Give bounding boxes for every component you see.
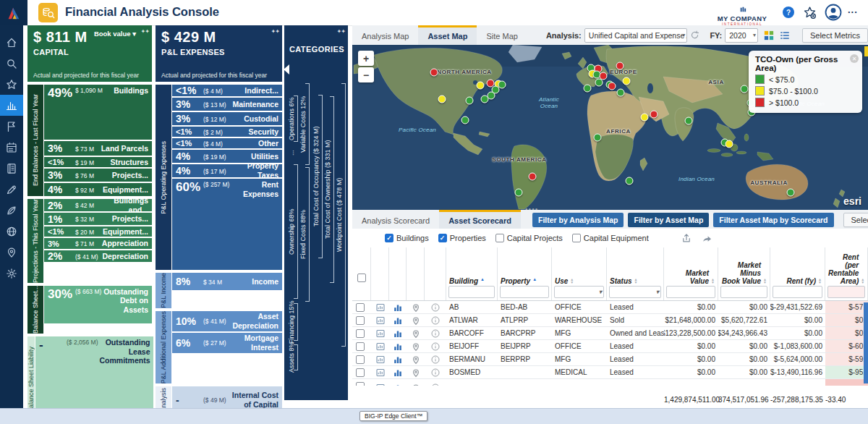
pin-icon[interactable] — [407, 327, 425, 339]
pnl-block[interactable]: 3%($ 12 M)Custodial — [172, 112, 282, 125]
benchmark-icon[interactable] — [371, 340, 389, 352]
legend-list-icon[interactable] — [780, 30, 790, 41]
row-checkbox[interactable] — [356, 303, 365, 312]
map-marker[interactable] — [608, 82, 616, 90]
table-row[interactable]: BARCOFFBARCPRPMFGOwned and Leased$123,22… — [352, 327, 868, 340]
map-marker[interactable] — [594, 134, 602, 142]
sidebar-item-sustainability[interactable] — [0, 200, 23, 221]
table-scrollbar[interactable] — [864, 302, 868, 383]
table-row[interactable]: BEIJOFFBEIJPRPOFFICELeased$0.00$0.00$-1,… — [352, 340, 868, 353]
pnl-block[interactable]: <1%($ 2 M)Security — [172, 127, 282, 137]
table-row-partial[interactable] — [352, 379, 868, 386]
sidebar-item-analytics[interactable] — [0, 95, 23, 116]
legend-close-icon[interactable]: ✕ — [850, 54, 859, 63]
capital-block[interactable]: <1%$ 19 MStructures — [44, 157, 152, 167]
pin-icon[interactable] — [407, 340, 425, 352]
benchmark-icon[interactable] — [371, 353, 389, 365]
analysis-select[interactable]: Unified Capital and Expense A▾ — [584, 28, 688, 43]
info-icon[interactable] — [425, 366, 446, 378]
pin-icon[interactable] — [407, 353, 425, 365]
tab-asset-map[interactable]: Asset Map — [418, 25, 477, 45]
filter-select[interactable]: ▾ — [609, 286, 661, 298]
select-all-checkbox[interactable] — [357, 274, 366, 282]
filter-input[interactable] — [720, 286, 767, 298]
tab-analysis-map[interactable]: Analysis Map — [352, 27, 418, 45]
filter-input[interactable] — [500, 286, 549, 298]
info-icon[interactable] — [425, 327, 446, 339]
column-header-property[interactable]: Property▲ — [498, 247, 552, 300]
scorecard-select-metrics-button[interactable]: Select Metrics — [843, 213, 868, 227]
capital-block[interactable]: 49%$ 1,090 MBuildings — [44, 85, 152, 140]
filter-checkbox-capital-equipment[interactable]: Capital Equipment — [572, 234, 649, 242]
bigip-client-badge[interactable]: BIG-IP Edge Client™ — [359, 411, 427, 421]
map-marker[interactable] — [616, 62, 624, 70]
capital-block[interactable]: 2%$ 42 MBuildings and... — [44, 199, 152, 211]
map-marker[interactable] — [617, 89, 625, 97]
table-row[interactable]: ABBED-ABOFFICELeased$0.00$0.00$-29,431,5… — [352, 301, 868, 314]
pnl-block[interactable]: <1%($ 4 M)Other — [172, 138, 282, 148]
user-avatar-icon[interactable] — [825, 4, 842, 24]
info-icon[interactable] — [425, 314, 446, 326]
sidebar-item-tasks[interactable] — [0, 116, 23, 137]
filter-checkbox-buildings[interactable]: ✓Buildings — [385, 234, 429, 242]
benchmark-icon[interactable] — [371, 327, 389, 339]
sidebar-item-globe[interactable] — [0, 221, 23, 242]
filter-by-asset-map-button[interactable]: Filter by Asset Map — [628, 213, 709, 227]
map-marker[interactable] — [461, 116, 469, 124]
tab-asset-scorecard[interactable]: Asset Scorecard — [439, 210, 521, 229]
capital-block[interactable]: <1%$ 20 MEquipment... — [44, 226, 152, 237]
chart-icon[interactable] — [389, 353, 407, 365]
thematic-grid-icon[interactable] — [764, 30, 774, 41]
pnl-block[interactable]: 10%($ 41 M)Asset Depreciation — [172, 311, 282, 331]
map-marker[interactable] — [623, 77, 631, 85]
column-header-building[interactable]: Building▲ — [446, 247, 498, 300]
tab-analysis-scorecard[interactable]: Analysis Scorecard — [352, 212, 439, 229]
capital-block[interactable]: 4%$ 92 MEquipment... — [44, 183, 152, 196]
pnl-block[interactable]: 8%$ 34 MIncome — [172, 273, 282, 290]
pin-icon[interactable] — [407, 301, 425, 313]
column-header-rent-per-rentable-area-[interactable]: Rent (per Rentable Area)▲▼ — [825, 247, 868, 300]
map-marker[interactable] — [466, 97, 474, 105]
map-marker[interactable] — [481, 96, 489, 103]
column-header-use[interactable]: Use▲▼▾ — [552, 247, 607, 300]
chart-icon[interactable] — [389, 366, 407, 378]
pin-icon[interactable] — [407, 314, 425, 326]
map-marker[interactable] — [438, 96, 446, 103]
sort-asc-icon[interactable]: ▲ — [480, 276, 485, 284]
sidebar-item-home[interactable] — [0, 32, 23, 53]
map-zoom-out-button[interactable]: − — [358, 67, 374, 82]
filter-checkbox-capital-projects[interactable]: Capital Projects — [495, 234, 563, 242]
chart-icon[interactable] — [389, 327, 407, 339]
refresh-icon[interactable] — [690, 30, 699, 40]
column-header-market-minus-book-value[interactable]: Market Minus Book Value▲▼ — [718, 247, 770, 300]
benchmark-icon[interactable] — [371, 366, 389, 378]
chart-icon[interactable] — [389, 340, 407, 352]
sort-asc-icon[interactable]: ▲ — [532, 276, 537, 284]
pnl-block[interactable]: 4%($ 19 M)Utilities — [172, 150, 282, 163]
map-marker[interactable] — [787, 189, 795, 197]
filter-asset-map-by-scorecard-button[interactable]: Filter Asset Map by Scorecard — [713, 213, 833, 227]
map-zoom-in-button[interactable]: + — [358, 51, 374, 66]
categories-collapse-icon[interactable]: ✦✦ — [337, 28, 345, 35]
capital-block[interactable]: 2%($ 41 M)Depreciation — [44, 250, 152, 262]
pnl-block[interactable]: 60%($ 257 M)Rent Expenses — [172, 179, 282, 270]
column-header-market-value[interactable]: Market Value▲▼ — [664, 247, 718, 300]
column-header-rent-fy-[interactable]: Rent (fy)▲▼ — [770, 247, 825, 300]
map-marker[interactable] — [477, 82, 485, 90]
info-icon[interactable] — [425, 301, 446, 313]
filter-by-analysis-map-button[interactable]: Filter by Analysis Map — [532, 213, 624, 227]
capital-block[interactable]: 30%($ 663 M)Outstanding Debt on Assets — [44, 286, 152, 323]
map-marker[interactable] — [529, 173, 537, 181]
benchmark-icon[interactable] — [371, 314, 389, 326]
sidebar-item-ledger[interactable] — [0, 158, 23, 179]
sort-icon[interactable]: ▲▼ — [818, 278, 822, 284]
row-checkbox[interactable] — [356, 355, 365, 364]
help-icon[interactable]: ? — [783, 7, 794, 18]
chart-icon[interactable] — [389, 314, 407, 326]
filter-input[interactable] — [666, 286, 715, 298]
map-marker[interactable] — [641, 114, 649, 122]
map-marker[interactable] — [685, 117, 693, 125]
info-icon[interactable] — [425, 353, 446, 365]
sidebar-item-location[interactable] — [0, 242, 23, 263]
sort-icon[interactable]: ▲▼ — [861, 278, 864, 284]
